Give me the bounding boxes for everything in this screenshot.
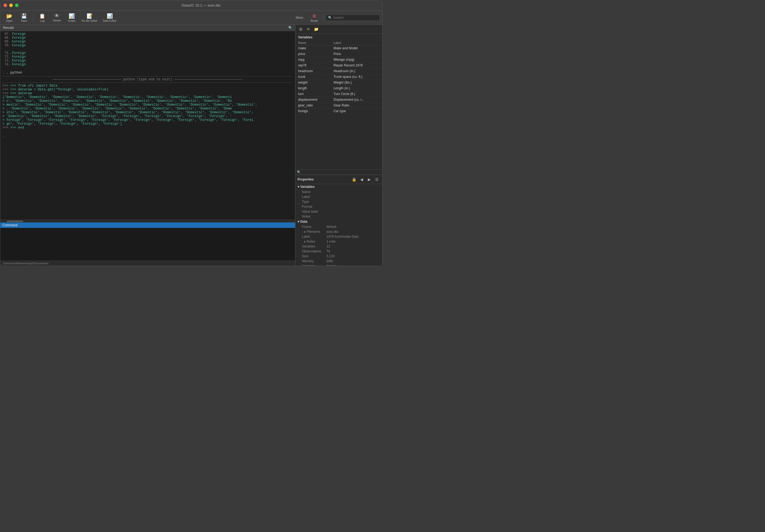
col-name-header: Name xyxy=(296,40,331,45)
props-format-key: Format xyxy=(302,205,327,209)
data-editor-label: Data Editor xyxy=(103,19,117,22)
filter-input[interactable] xyxy=(302,170,381,174)
props-memory-key: Memory xyxy=(302,259,327,263)
props-memory-row: Memory 64M xyxy=(296,259,382,264)
python-line-3: >>> >>> dataraw xyxy=(2,92,293,95)
save-label: Save xyxy=(21,19,27,22)
properties-header: Properties 🔒 ◀ ▶ ☰ xyxy=(296,175,382,184)
graph-label: Graph xyxy=(68,19,75,22)
scroll-thumb[interactable] xyxy=(7,221,23,222)
variables-folder-icon[interactable]: 📁 xyxy=(313,26,319,32)
props-format-row: Format xyxy=(296,204,382,209)
props-sortedby-row: Sorted by foreign xyxy=(296,264,382,266)
props-name-key: Name xyxy=(302,190,327,194)
more-button[interactable]: More xyxy=(293,15,306,21)
table-row xyxy=(39,40,41,44)
open-button[interactable]: 📂 Open xyxy=(2,12,16,23)
dofile-button[interactable]: 📝 Do-file Editor xyxy=(80,12,100,23)
table-row: 72. Foreign xyxy=(2,55,34,59)
variable-row[interactable]: turn Turn Circle (ft.) xyxy=(296,91,382,97)
graph-button[interactable]: 📊 Graph xyxy=(65,12,78,23)
props-label-val xyxy=(327,195,380,199)
variable-row[interactable]: foreign Car type xyxy=(296,108,382,114)
python-separator: ─────────────────────────────────── pyth… xyxy=(2,76,293,83)
command-label: Command xyxy=(2,223,17,227)
variable-row[interactable]: displacement Displacement (cu. i... xyxy=(296,97,382,103)
search-input[interactable] xyxy=(333,16,377,20)
log-icon: 📋 xyxy=(39,13,45,19)
properties-panel: Properties 🔒 ◀ ▶ ☰ ▾ Variables xyxy=(296,175,382,266)
variable-name: make xyxy=(296,45,331,51)
variable-row[interactable]: headroom Headroom (in.) xyxy=(296,68,382,74)
break-button[interactable]: ⊗ Break xyxy=(307,12,321,23)
python-output-3: > mestic', 'Domestic', 'Domestic', 'Dome… xyxy=(2,103,293,107)
props-filename-key: ▸ Filename xyxy=(302,230,327,234)
filter-icon: 🔍 xyxy=(297,171,301,174)
nav-next-icon[interactable]: ▶ xyxy=(366,176,373,183)
variable-name: displacement xyxy=(296,97,331,103)
search-box[interactable]: 🔍 xyxy=(326,14,380,21)
variable-label: Trunk space (cu. ft.) xyxy=(331,74,382,80)
toolbar: 📂 Open 💾 Save 📋 Log 👁 Viewer 📊 Graph 📝 D… xyxy=(0,11,382,25)
variable-row[interactable]: weight Weight (lbs.) xyxy=(296,80,382,86)
variable-row[interactable]: make Make and Model xyxy=(296,45,382,51)
horizontal-scrollbar[interactable] xyxy=(0,220,295,223)
variables-history-icon[interactable]: ⟳ xyxy=(305,26,312,32)
status-path: /Users/matthewmckay/Documents xyxy=(3,262,48,265)
save-button[interactable]: 💾 Save xyxy=(17,12,31,23)
dofile-label: Do-file Editor xyxy=(82,19,98,22)
variables-section-title: Variables xyxy=(296,34,382,40)
log-button[interactable]: 📋 Log xyxy=(35,12,49,23)
props-name-row: Name xyxy=(296,190,382,195)
python-command-line: . . python xyxy=(0,70,295,75)
variable-row[interactable]: mpg Mileage (mpg) xyxy=(296,57,382,63)
open-label: Open xyxy=(6,19,13,22)
variable-row[interactable]: gear_ratio Gear Ratio xyxy=(296,103,382,108)
props-filename-row: ▸ Filename auto.dta xyxy=(296,229,382,234)
python-end-line: >>> >>> end xyxy=(2,126,293,130)
dofile-icon: 📝 xyxy=(87,13,93,19)
variable-row[interactable]: length Length (in.) xyxy=(296,86,382,91)
variables-grid-icon[interactable]: ⊞ xyxy=(298,26,304,32)
cursor-dot: . xyxy=(2,135,4,138)
close-button[interactable] xyxy=(4,4,7,7)
command-input-area[interactable] xyxy=(0,228,295,261)
variable-label: Make and Model xyxy=(331,45,382,51)
props-notes2-val: 1 note xyxy=(327,240,380,244)
variable-label: Mileage (mpg) xyxy=(331,57,382,63)
minimize-button[interactable] xyxy=(9,4,13,7)
variable-row[interactable]: rep78 Repair Record 1978 xyxy=(296,63,382,68)
variable-label: Headroom (in.) xyxy=(331,68,382,74)
variable-row[interactable]: trunk Trunk space (cu. ft.) xyxy=(296,74,382,80)
variable-name: trunk xyxy=(296,74,331,80)
table-row xyxy=(39,44,41,47)
results-area[interactable]: 67. Foreign 68. Foreign 69. Foreign 70 xyxy=(0,31,295,220)
props-variables-header[interactable]: ▾ Variables xyxy=(296,184,382,190)
nav-prev-icon[interactable]: ◀ xyxy=(358,176,365,183)
right-panel-toolbar: ⊞ ⟳ 📁 xyxy=(296,25,382,34)
props-data-header[interactable]: ▾ Data xyxy=(296,219,382,224)
results-search-icon[interactable]: 🔍 xyxy=(288,26,293,30)
right-panel: ⊞ ⟳ 📁 Variables Name Label make Ma xyxy=(295,25,382,266)
python-cmd-text: . python xyxy=(6,71,22,75)
break-icon: ⊗ xyxy=(312,13,316,19)
table-section: 67. Foreign 68. Foreign 69. Foreign 70 xyxy=(2,32,293,47)
data-editor-button[interactable]: 📊 Data Editor xyxy=(101,12,119,23)
variable-label: Repair Record 1978 xyxy=(331,63,382,68)
variable-name: gear_ratio xyxy=(296,103,331,108)
chevron-right-icon-2: ▸ xyxy=(304,240,307,244)
menu-icon[interactable]: ☰ xyxy=(374,176,380,183)
props-size-val: 3.11K xyxy=(327,254,380,258)
variable-label: Length (in.) xyxy=(331,86,382,91)
main-window: Stata/IC 16.1 — auto.dta 📂 Open 💾 Save 📋… xyxy=(0,0,382,266)
lock-icon[interactable]: 🔒 xyxy=(351,176,357,183)
maximize-button[interactable] xyxy=(15,4,19,7)
variable-label: Turn Circle (ft.) xyxy=(331,91,382,97)
props-name-val xyxy=(327,190,380,194)
props-observations-key: Observations xyxy=(302,250,327,253)
viewer-button[interactable]: 👁 Viewer xyxy=(50,12,64,23)
viewer-icon: 👁 xyxy=(54,13,59,19)
properties-icons: 🔒 ◀ ▶ ☰ xyxy=(351,176,380,183)
props-notes-row: Notes xyxy=(296,214,382,219)
variable-row[interactable]: price Price xyxy=(296,51,382,57)
